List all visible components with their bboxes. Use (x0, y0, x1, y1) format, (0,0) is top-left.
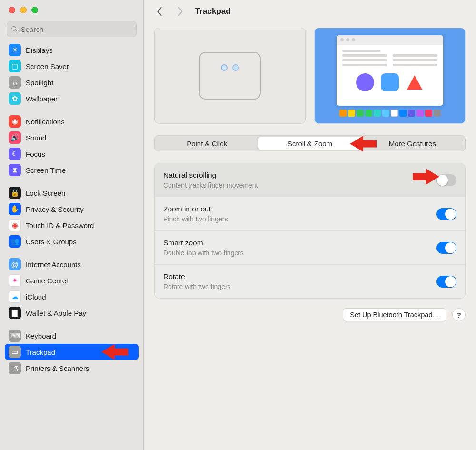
window-controls (0, 0, 143, 19)
tab-gestures[interactable]: More Gestures (361, 137, 464, 150)
sidebar-item-keyboard[interactable]: ⌨Keyboard (5, 328, 139, 344)
icloud-icon: ☁ (9, 290, 21, 303)
setting-row-smart: Smart zoomDouble-tap with two fingers (155, 231, 465, 265)
finger-dot-icon (232, 64, 239, 71)
sidebar-item-label: Internet Accounts (26, 260, 81, 269)
setting-subtitle: Pinch with two fingers (163, 215, 228, 223)
sidebar-item-wallet[interactable]: ▇Wallet & Apple Pay (5, 305, 139, 321)
privacy-icon: ✋ (9, 203, 21, 215)
back-button[interactable] (153, 5, 166, 18)
search-field[interactable] (7, 21, 137, 37)
sidebar-item-label: Users & Groups (26, 238, 77, 246)
sound-icon: 🔊 (9, 131, 21, 144)
sidebar-item-label: iCloud (26, 293, 46, 301)
sidebar-item-displays[interactable]: ☀Displays (5, 42, 139, 58)
setting-title: Rotate (163, 272, 231, 281)
screensaver-icon: ▢ (9, 60, 21, 72)
chevron-left-icon (156, 7, 163, 16)
trackpad-icon (199, 52, 261, 100)
sidebar-item-spotlight[interactable]: ⌕Spotlight (5, 74, 139, 90)
circle-shape-icon (356, 73, 374, 91)
sidebar-item-wallpaper[interactable]: ✿Wallpaper (5, 90, 139, 107)
sidebar-item-gamecenter[interactable]: ✦Game Center (5, 272, 139, 289)
sidebar: ☀Displays▢Screen Saver⌕Spotlight✿Wallpap… (0, 0, 144, 450)
sidebar-list: ☀Displays▢Screen Saver⌕Spotlight✿Wallpap… (0, 42, 143, 450)
sidebar-item-sound[interactable]: 🔊Sound (5, 130, 139, 146)
sidebar-item-trackpad[interactable]: ▭Trackpad (5, 344, 139, 360)
close-window-button[interactable] (9, 7, 15, 13)
annotation-arrow-icon (413, 168, 439, 185)
preview-window-icon (337, 35, 443, 106)
gesture-preview-card (154, 28, 306, 124)
help-button[interactable]: ? (452, 308, 466, 321)
sidebar-item-notifications[interactable]: ◉Notifications (5, 113, 139, 130)
setting-row-natural: Natural scrollingContent tracks finger m… (155, 163, 465, 197)
sidebar-item-label: Wallet & Apple Pay (26, 309, 86, 317)
focus-icon: ☾ (9, 148, 21, 160)
square-shape-icon (381, 73, 399, 91)
sidebar-item-screentime[interactable]: ⧗Screen Time (5, 162, 139, 178)
toggle-rotate[interactable] (436, 276, 456, 288)
footer-buttons: Set Up Bluetooth Trackpad… ? (154, 308, 466, 321)
search-input[interactable] (21, 25, 132, 33)
sidebar-item-printers[interactable]: 🖨Printers & Scanners (5, 360, 139, 376)
chevron-right-icon (177, 7, 184, 16)
forward-button[interactable] (174, 5, 187, 18)
sidebar-item-users[interactable]: 👥Users & Groups (5, 233, 139, 250)
search-icon (11, 25, 18, 33)
setting-title: Zoom in or out (163, 205, 228, 213)
toggle-natural[interactable] (436, 174, 456, 186)
finger-dot-icon (221, 64, 228, 71)
triangle-shape-icon (406, 73, 424, 91)
main-pane: Trackpad (144, 0, 476, 450)
sidebar-item-lockscreen[interactable]: 🔒Lock Screen (5, 185, 139, 201)
setting-row-zoom: Zoom in or outPinch with two fingers (155, 197, 465, 231)
sidebar-item-label: Lock Screen (26, 189, 65, 197)
minimize-window-button[interactable] (20, 7, 27, 13)
sidebar-item-label: Spotlight (26, 79, 53, 87)
spotlight-icon: ⌕ (9, 76, 21, 89)
sidebar-item-touchid[interactable]: ◉Touch ID & Password (5, 217, 139, 233)
sidebar-item-internet[interactable]: @Internet Accounts (5, 256, 139, 272)
main-body: Point & ClickScroll & ZoomMore Gestures … (144, 23, 476, 331)
fullscreen-window-button[interactable] (31, 7, 38, 13)
sidebar-item-label: Keyboard (26, 332, 56, 340)
sidebar-item-label: Displays (26, 46, 53, 54)
screentime-icon: ⧗ (9, 164, 21, 176)
toggle-zoom[interactable] (436, 208, 456, 220)
toggle-smart[interactable] (436, 242, 456, 254)
internet-icon: @ (9, 258, 21, 270)
sidebar-item-label: Touch ID & Password (26, 221, 94, 230)
setting-title: Smart zoom (163, 239, 244, 247)
setting-subtitle: Double-tap with two fingers (163, 249, 244, 257)
wallpaper-icon: ✿ (9, 92, 21, 105)
dock-icon (339, 110, 441, 117)
sidebar-item-label: Focus (26, 150, 45, 158)
setting-title: Natural scrolling (163, 171, 258, 180)
system-settings-window: ☀Displays▢Screen Saver⌕Spotlight✿Wallpap… (0, 0, 476, 450)
sidebar-item-focus[interactable]: ☾Focus (5, 146, 139, 162)
annotation-arrow-icon (101, 343, 128, 360)
tabs-segmented-control: Point & ClickScroll & ZoomMore Gestures (154, 135, 466, 151)
settings-list: Natural scrollingContent tracks finger m… (154, 163, 466, 299)
touchid-icon: ◉ (9, 219, 21, 231)
sidebar-item-label: Screen Time (26, 166, 66, 174)
wallet-icon: ▇ (9, 307, 21, 319)
printers-icon: 🖨 (9, 362, 21, 374)
users-icon: 👥 (9, 235, 21, 248)
tab-scroll[interactable]: Scroll & Zoom (258, 137, 361, 150)
desktop-preview-card (314, 28, 466, 124)
sidebar-item-icloud[interactable]: ☁iCloud (5, 289, 139, 305)
sidebar-item-label: Trackpad (26, 348, 55, 356)
sidebar-item-label: Wallpaper (26, 95, 58, 103)
setting-row-rotate: RotateRotate with two fingers (155, 265, 465, 298)
sidebar-item-label: Privacy & Security (26, 205, 84, 213)
main-header: Trackpad (144, 0, 476, 23)
lockscreen-icon: 🔒 (9, 187, 21, 199)
sidebar-item-label: Sound (26, 134, 46, 142)
sidebar-item-screensaver[interactable]: ▢Screen Saver (5, 58, 139, 74)
sidebar-item-privacy[interactable]: ✋Privacy & Security (5, 201, 139, 217)
sidebar-item-label: Printers & Scanners (26, 364, 89, 372)
setup-bluetooth-trackpad-button[interactable]: Set Up Bluetooth Trackpad… (343, 308, 446, 321)
tab-point[interactable]: Point & Click (156, 137, 258, 150)
